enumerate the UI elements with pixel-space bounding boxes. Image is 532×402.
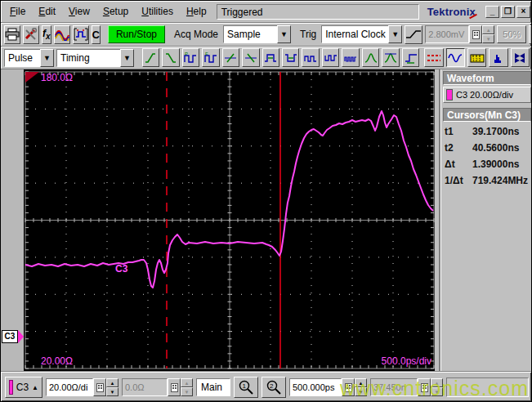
zoom-in-button[interactable]: 1 — [234, 377, 258, 398]
meas-neg-width-button[interactable] — [282, 48, 299, 67]
trig-slope-button[interactable] — [405, 25, 422, 44]
chevron-down-icon[interactable]: ▼ — [277, 25, 291, 43]
keypad-icon[interactable] — [342, 378, 355, 396]
meas-frequency-button[interactable]: F — [202, 48, 219, 67]
fx-icon: fx — [42, 28, 51, 41]
graticule-plot[interactable]: C3 180.0Ω 20.00Ω 500.0ps/div — [24, 69, 435, 371]
keypad-icon[interactable] — [93, 378, 106, 396]
acquisition-button[interactable] — [73, 25, 89, 44]
svg-text:1 2 3: 1 2 3 — [472, 58, 481, 62]
meas-amplitude-button[interactable] — [382, 48, 399, 67]
meas-neg-crossing-button[interactable] — [242, 48, 259, 67]
set-50-button[interactable]: 50% — [497, 25, 526, 43]
c-icon: C — [92, 29, 100, 41]
vertical-offset-spinner[interactable]: ▲▼ — [181, 378, 193, 396]
acq-mode-select[interactable]: Sample ▼ — [223, 25, 291, 43]
print-icon — [5, 28, 20, 41]
waveform-view-button[interactable] — [446, 48, 465, 67]
waveform-colors-button[interactable] — [54, 25, 70, 44]
channel-reference-marker[interactable]: C3 — [2, 329, 24, 344]
horizontal-scale-spinner[interactable]: ▲▼ — [355, 378, 367, 396]
channel-scale-readout: C3 20.00Ω/div — [456, 90, 513, 100]
vertical-scale-field[interactable]: 20.00Ω/di — [46, 378, 93, 396]
timebase-select[interactable]: Main — [196, 378, 230, 396]
restore-button[interactable]: ❐ — [501, 6, 515, 18]
vertical-bottom-label: 20.00Ω — [41, 355, 73, 367]
menu-view[interactable]: View — [62, 3, 96, 20]
keypad-icon[interactable] — [469, 25, 482, 43]
t1-value: 39.1700ns — [472, 126, 519, 137]
tools-button[interactable] — [23, 25, 39, 44]
chevron-down-icon[interactable]: ▼ — [40, 49, 54, 67]
context-help-button[interactable]: ? — [529, 25, 532, 44]
vertical-scale-spinner[interactable]: ▲▼ — [106, 378, 118, 396]
trig-level-field[interactable]: 2.800mV — [425, 25, 469, 43]
horizontal-scale-field[interactable]: 500.000ps — [289, 378, 342, 396]
channel-scale-row[interactable]: C3 20.00Ω/div — [443, 87, 531, 103]
mask-icon — [512, 51, 527, 65]
close-button[interactable]: × — [516, 6, 530, 18]
channel-color-swatch — [446, 89, 453, 100]
spin-up-icon[interactable]: ▲ — [106, 378, 118, 387]
vertical-top-label: 180.0Ω — [41, 72, 73, 83]
negative-crossing-icon — [244, 51, 257, 65]
meas-delay-button[interactable] — [402, 48, 419, 67]
print-button[interactable] — [4, 25, 20, 44]
meas-pos-width-button[interactable] — [262, 48, 279, 67]
channel-select-button[interactable]: C3 ▲ — [5, 377, 42, 398]
spin-down-icon[interactable]: ▼ — [106, 387, 118, 396]
trig-source-select[interactable]: Internal Clock ▼ — [321, 25, 402, 43]
spin-up-icon[interactable]: ▲ — [355, 378, 367, 387]
mask-view-button[interactable] — [511, 48, 530, 67]
svg-text:F: F — [205, 51, 208, 56]
channel-color-stripe — [9, 380, 13, 395]
toolbar-main: fx C Run/Stop Acq Mode Sample ▼ Trig Int… — [1, 22, 532, 46]
spin-up-icon[interactable]: ▲ — [482, 25, 494, 34]
meas-rise-time-button[interactable] — [142, 48, 159, 67]
horizontal-position-field[interactable]: 37.450n — [370, 378, 418, 396]
spin-down-icon[interactable]: ▼ — [355, 387, 367, 396]
vertical-offset-field[interactable]: 0.0Ω — [122, 378, 168, 396]
run-stop-button[interactable]: Run/Stop — [108, 25, 165, 43]
chevron-down-icon[interactable]: ▼ — [120, 49, 134, 67]
spin-up-icon[interactable]: ▲ — [431, 378, 443, 387]
meas-pos-peak-button[interactable] — [362, 48, 379, 67]
zoom-out-button[interactable]: 2 — [262, 377, 286, 398]
meas-neg-duty-button[interactable] — [322, 48, 339, 67]
menu-setup[interactable]: Setup — [96, 3, 135, 20]
trig-level-spinner[interactable]: ▲▼ — [482, 25, 494, 43]
keypad-icon[interactable] — [418, 378, 431, 396]
spin-down-icon[interactable]: ▼ — [482, 34, 494, 43]
histogram-view-button[interactable] — [489, 48, 507, 67]
cursors-view-button[interactable] — [424, 48, 443, 67]
tektronix-logo: Tektronix — [422, 4, 484, 20]
keypad-icon[interactable] — [168, 378, 181, 396]
minimize-button[interactable]: _ — [485, 6, 499, 18]
meas-burst-width-button[interactable] — [342, 48, 359, 67]
burst-width-icon — [344, 51, 357, 65]
horizontal-position-spinner[interactable]: ▲▼ — [431, 378, 443, 396]
measure-view-button[interactable]: 1 2 3 — [467, 48, 486, 67]
menu-help[interactable]: Help — [180, 3, 213, 20]
horizontal-scale-label: 500.0ps/div — [382, 355, 431, 367]
spin-up-icon[interactable]: ▲ — [181, 378, 193, 387]
meas-fall-time-button[interactable] — [162, 48, 179, 67]
menu-utilities[interactable]: Utilities — [135, 3, 180, 20]
spin-down-icon[interactable]: ▼ — [181, 387, 193, 396]
meas-pos-duty-button[interactable] — [302, 48, 319, 67]
math-fx-button[interactable]: fx — [42, 25, 51, 44]
chevron-down-icon[interactable]: ▼ — [388, 25, 402, 43]
menu-file[interactable]: File — [3, 3, 32, 20]
clear-button[interactable]: C — [92, 25, 101, 44]
signal-type-select[interactable]: Pulse ▼ — [4, 49, 54, 67]
toolbar-measure: Pulse ▼ Timing ▼ P F 1 2 3 — [1, 46, 532, 69]
meas-pos-crossing-button[interactable] — [222, 48, 239, 67]
meas-category-select[interactable]: Timing ▼ — [56, 49, 134, 67]
fall-time-icon — [164, 51, 177, 65]
menu-edit[interactable]: Edit — [32, 3, 62, 20]
spin-down-icon[interactable]: ▼ — [431, 387, 443, 396]
bottom-bar-filler — [446, 377, 529, 397]
svg-text:P: P — [185, 51, 188, 56]
positive-crossing-icon — [224, 51, 237, 65]
meas-period-button[interactable]: P — [182, 48, 199, 67]
